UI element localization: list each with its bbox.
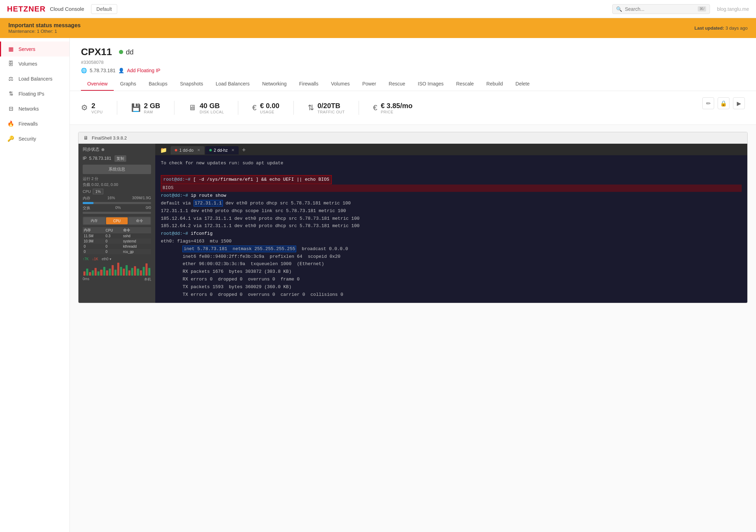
- mem-progress-fill: [83, 202, 93, 204]
- sidebar-item-servers[interactable]: ▦ Servers: [0, 42, 69, 57]
- bar-item: [83, 271, 85, 276]
- globe-icon: 🌐: [81, 68, 87, 73]
- tab-backups[interactable]: Backups: [142, 77, 174, 91]
- disk-value: 40 GB: [200, 102, 224, 110]
- running-time: 运行 2 分: [83, 176, 151, 181]
- terminal-main: 📁 1 dd-do ✕ 2 dd-hz ✕ +: [155, 144, 747, 303]
- pencil-button[interactable]: ✏: [702, 97, 714, 109]
- copy-ip-button[interactable]: 复制: [114, 155, 126, 162]
- tab-graphs[interactable]: Graphs: [114, 77, 142, 91]
- terminal-tab-dd-do[interactable]: 1 dd-do ✕: [171, 146, 204, 155]
- swap-value: 0/0: [146, 205, 151, 211]
- sidebar-item-load-balancers[interactable]: ⚖ Load Balancers: [0, 71, 69, 86]
- hetzner-logo: HETZNER: [7, 5, 46, 14]
- mem-progress-bar: [83, 202, 151, 204]
- sidebar-label-fip: Floating IPs: [18, 91, 44, 97]
- security-icon: 🔑: [7, 135, 14, 142]
- proc-mem: 0: [83, 244, 105, 249]
- tab-networking[interactable]: Networking: [256, 77, 293, 91]
- bar-item: [140, 270, 142, 276]
- tab-rescale[interactable]: Rescale: [450, 77, 480, 91]
- volumes-icon: 🗄: [7, 61, 14, 67]
- net-up-label: ↑7K: [83, 257, 89, 261]
- swap-info-row: 交换 0% 0/0: [83, 205, 151, 214]
- stat-sep-1: [117, 101, 117, 115]
- networks-icon: ⊟: [7, 105, 14, 112]
- tab-cpu-button[interactable]: CPU: [106, 217, 128, 224]
- tab-close-dd-hz[interactable]: ✕: [231, 148, 234, 152]
- sidebar-item-networks[interactable]: ⊟ Networks: [0, 101, 69, 116]
- sys-info-button[interactable]: 系统信息: [83, 165, 151, 174]
- status-title: Important status messages: [8, 22, 81, 29]
- bar-item: [97, 271, 99, 276]
- terminal-content[interactable]: To check for new updates run: sudo apt u…: [155, 155, 747, 303]
- bar-item: [86, 269, 88, 276]
- tab-delete[interactable]: Delete: [509, 77, 536, 91]
- tab-command-button[interactable]: 命令: [128, 217, 150, 224]
- bar-graph: [83, 262, 151, 276]
- stat-vcpu: ⚙ 2 VCPU: [81, 101, 103, 115]
- vcpu-value: 2: [91, 102, 103, 110]
- search-icon: 🔍: [616, 6, 622, 12]
- tab-dot-dd-hz: [209, 149, 212, 151]
- bar-item: [109, 269, 111, 276]
- swap-progress-bar: [83, 212, 151, 214]
- expand-button[interactable]: ▶: [733, 97, 745, 109]
- tab-rebuild[interactable]: Rebuild: [480, 77, 509, 91]
- bar-item: [95, 268, 97, 276]
- ram-icon: 💾: [131, 103, 141, 112]
- vcpu-label: VCPU: [91, 110, 103, 114]
- net-graph-header: ↑7K ↓1K eth0 ▾: [83, 257, 151, 261]
- lock-button[interactable]: 🔒: [718, 97, 729, 109]
- server-type: CPX11: [81, 46, 112, 58]
- tab-rescue[interactable]: Rescue: [382, 77, 411, 91]
- bar-item: [148, 268, 150, 276]
- tab-memory-button[interactable]: 内存: [83, 217, 105, 224]
- net-iface[interactable]: eth0 ▾: [102, 257, 111, 261]
- terminal-app-icon: 🖥: [83, 135, 88, 141]
- tab-load-balancers[interactable]: Load Balancers: [209, 77, 256, 91]
- sync-status-row: 同步状态: [83, 147, 151, 152]
- sidebar-label-servers: Servers: [18, 46, 35, 52]
- firewalls-icon: 🔥: [7, 120, 14, 127]
- sidebar-item-volumes[interactable]: 🗄 Volumes: [0, 57, 69, 71]
- server-actions: ✏ 🔒 ▶: [702, 97, 745, 109]
- bar-item: [89, 272, 91, 276]
- tab-volumes[interactable]: Volumes: [325, 77, 356, 91]
- tab-iso-images[interactable]: ISO Images: [412, 77, 450, 91]
- terminal-tab-dd-hz[interactable]: 2 dd-hz ✕: [205, 146, 239, 155]
- traffic-value: 0/20TB: [317, 102, 345, 110]
- navbar: HETZNER Cloud Console Default 🔍 ⌘/ blog.…: [0, 0, 756, 18]
- tab-close-dd-do[interactable]: ✕: [197, 148, 200, 152]
- stat-sep-5: [359, 101, 359, 115]
- sidebar-item-firewalls[interactable]: 🔥 Firewalls: [0, 116, 69, 131]
- price-icon: €: [373, 103, 377, 112]
- proc-name: kthreadd: [122, 244, 151, 249]
- bar-item: [126, 265, 128, 276]
- add-floating-ip-link[interactable]: Add Floating IP: [127, 68, 160, 73]
- tab-snapshots[interactable]: Snapshots: [174, 77, 209, 91]
- mem-label: 内存: [83, 196, 90, 201]
- folder-button[interactable]: 📁: [157, 145, 170, 155]
- col-name: 命令: [122, 227, 151, 233]
- tab-label-dd-do: 1 dd-do: [179, 148, 194, 153]
- usage-value: € 0.00: [260, 102, 279, 110]
- sidebar-item-floating-ips[interactable]: ⇅ Floating IPs: [0, 86, 69, 101]
- proc-cpu: 0.3: [105, 233, 122, 239]
- search-input[interactable]: [625, 6, 695, 12]
- mem-pct: 16%: [107, 196, 115, 201]
- sync-status-label: 同步状态: [83, 147, 99, 152]
- sidebar-item-security[interactable]: 🔑 Security: [0, 131, 69, 146]
- stat-disk: 🖥 40 GB DISK LOCAL: [188, 101, 224, 115]
- tab-power[interactable]: Power: [356, 77, 382, 91]
- bar-item: [128, 270, 130, 276]
- add-tab-button[interactable]: +: [239, 145, 249, 155]
- default-button[interactable]: Default: [91, 4, 117, 14]
- stat-traffic: ⇅ 0/20TB TRAFFIC OUT: [308, 101, 345, 115]
- bar-item: [131, 268, 133, 276]
- tab-overview[interactable]: Overview: [81, 77, 114, 91]
- floating-ips-icon: ⇅: [7, 90, 14, 97]
- tab-firewalls[interactable]: Firewalls: [293, 77, 324, 91]
- proc-cpu: 0: [105, 244, 122, 249]
- cloud-console-label: Cloud Console: [50, 6, 84, 12]
